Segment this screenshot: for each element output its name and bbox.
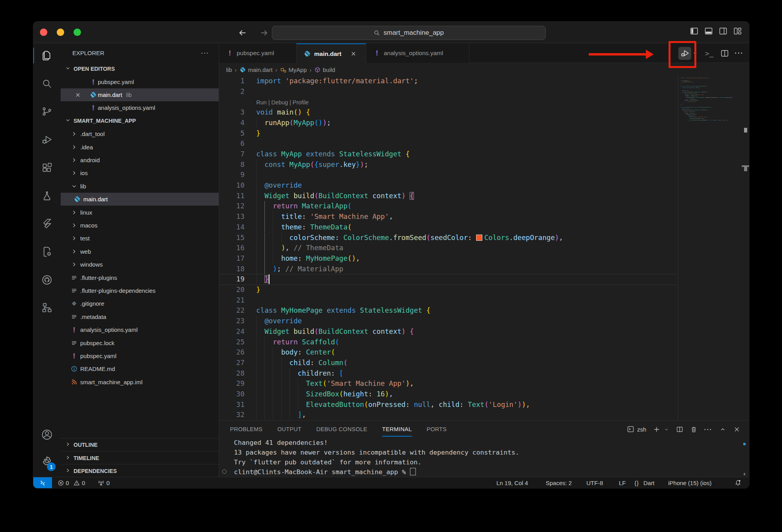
breadcrumb-main.dart[interactable]: main.dart <box>239 66 273 73</box>
code-line-32: 32 ], <box>219 410 749 420</box>
customize-layout-icon[interactable] <box>733 27 742 36</box>
terminal-line: Changed 41 dependencies! <box>234 438 519 448</box>
panel-tab-output[interactable]: OUTPUT <box>277 421 301 438</box>
close-icon[interactable] <box>75 92 81 98</box>
panel-tab-terminal[interactable]: TERMINAL <box>382 421 412 438</box>
tree-item-pubspec.lock[interactable]: pubspec.lock <box>61 337 219 349</box>
tab-main.dart[interactable]: main.dart <box>297 43 366 63</box>
tree-item-.dart_tool[interactable]: .dart_tool <box>61 127 219 140</box>
open-editor-pubspec.yaml[interactable]: !pubspec.yaml <box>61 75 219 88</box>
tab-analysis_options.yaml[interactable]: !analysis_options.yaml <box>366 43 469 63</box>
activity-bar-explorer[interactable] <box>33 45 61 66</box>
bottom-panel: PROBLEMSOUTPUTDEBUG CONSOLETERMINALPORTS… <box>219 420 749 477</box>
tree-item-analysis_options.yaml[interactable]: !analysis_options.yaml <box>61 323 219 336</box>
section-outline[interactable]: OUTLINE <box>61 439 219 451</box>
minimize-window-button[interactable] <box>57 29 64 36</box>
open-terminal-button[interactable]: >_ <box>705 49 714 57</box>
open-editors-label: OPEN EDITORS <box>74 66 115 72</box>
tree-item-web[interactable]: web <box>61 245 219 258</box>
explorer-icon <box>41 50 53 61</box>
activity-bar-testing[interactable] <box>33 185 61 207</box>
code-editor[interactable]: 1import 'package:flutter/material.dart';… <box>219 76 749 442</box>
activity-bar-hierarchy[interactable] <box>33 297 61 319</box>
tree-item-windows[interactable]: windows <box>61 258 219 271</box>
tree-item-.idea[interactable]: .idea <box>61 141 219 154</box>
activity-bar-file-gear[interactable] <box>33 241 61 263</box>
close-panel-button[interactable] <box>733 426 741 433</box>
tree-item-android[interactable]: android <box>61 154 219 167</box>
device-selector-status[interactable]: iPhone (15) (ios) <box>668 477 712 488</box>
tree-item-.flutter-plugins-dependencies[interactable]: .flutter-plugins-dependencies <box>61 284 219 297</box>
terminal-dropdown-button[interactable] <box>663 426 669 432</box>
open-editor-main.dart[interactable]: main.dartlib <box>61 88 219 101</box>
panel-more-actions[interactable]: ··· <box>704 426 712 433</box>
editor-more-actions[interactable]: ··· <box>735 49 744 57</box>
indentation-status[interactable]: Spaces: 2 <box>546 477 572 488</box>
tree-item-test[interactable]: test <box>61 232 219 245</box>
tree-item-main.dart[interactable]: main.dart <box>61 193 219 206</box>
remote-indicator[interactable] <box>33 477 52 488</box>
notifications-bell[interactable] <box>734 477 742 488</box>
panel-tab-problems[interactable]: PROBLEMS <box>230 421 262 438</box>
forward-arrow-icon[interactable] <box>259 28 269 38</box>
tree-item-pubspec.yaml[interactable]: !pubspec.yaml <box>61 349 219 362</box>
tab-pubspec.yaml[interactable]: !pubspec.yaml <box>219 43 297 63</box>
open-editors-header[interactable]: OPEN EDITORS <box>61 62 219 75</box>
tree-item-label: macos <box>80 222 97 229</box>
kill-terminal-button[interactable] <box>690 426 698 433</box>
code-line-29: 29 Text('Smart Machine App'), <box>219 378 749 389</box>
tree-item-macos[interactable]: macos <box>61 219 219 232</box>
project-root-header[interactable]: SMART_MACHINE_APP <box>61 115 219 127</box>
close-icon[interactable] <box>350 50 357 57</box>
split-terminal-button[interactable] <box>676 426 683 433</box>
tree-item-README.md[interactable]: README.md <box>61 362 219 375</box>
tree-item-ios[interactable]: ios <box>61 167 219 179</box>
new-terminal-button[interactable] <box>653 426 660 433</box>
cursor-position-status[interactable]: Ln 19, Col 4 <box>496 477 528 488</box>
command-center-search[interactable]: smart_machine_app <box>272 26 546 40</box>
panel-tab-ports[interactable]: PORTS <box>427 421 447 438</box>
panel-tab-debug-console[interactable]: DEBUG CONSOLE <box>316 421 367 438</box>
terminal[interactable]: Changed 41 dependencies!13 packages have… <box>234 438 519 477</box>
back-arrow-icon[interactable] <box>237 28 248 38</box>
codelens-run-debug-profile[interactable]: Run | Debug | Profile <box>256 97 309 108</box>
toggle-panel-icon[interactable] <box>704 27 713 36</box>
annotation-box <box>669 41 696 68</box>
encoding-status[interactable]: UTF-8 <box>586 477 603 488</box>
tree-item-.metadata[interactable]: .metadata <box>61 310 219 323</box>
activity-bar-account[interactable] <box>33 424 61 446</box>
activity-bar-run-debug[interactable] <box>33 129 61 150</box>
tree-item-.flutter-plugins[interactable]: .flutter-plugins <box>61 271 219 284</box>
toggle-primary-sidebar-icon[interactable] <box>690 27 699 36</box>
split-editor-button[interactable] <box>720 49 729 58</box>
activity-bar-source-control[interactable] <box>33 100 61 122</box>
language-status[interactable]: { } Dart <box>635 477 654 488</box>
zoom-window-button[interactable] <box>74 29 81 36</box>
tree-item-smart_machine_app.iml[interactable]: smart_machine_app.iml <box>61 376 219 389</box>
activity-bar-flutter[interactable] <box>33 213 61 235</box>
breadcrumb-lib[interactable]: lib <box>226 66 232 73</box>
ports-status[interactable]: 0 <box>97 477 110 488</box>
project-root-label: SMART_MACHINE_APP <box>74 118 136 124</box>
eol-status[interactable]: LF <box>619 477 626 488</box>
maximize-panel-button[interactable] <box>719 426 726 433</box>
breadcrumb-MyApp[interactable]: MyApp <box>280 66 307 73</box>
toggle-secondary-sidebar-icon[interactable] <box>719 27 728 36</box>
activity-bar-search[interactable] <box>33 73 61 95</box>
close-window-button[interactable] <box>40 29 47 36</box>
tree-item-.gitignore[interactable]: .gitignore <box>61 297 219 310</box>
section-timeline[interactable]: TIMELINE <box>61 451 219 464</box>
section-dependencies[interactable]: DEPENDENCIES <box>61 464 219 477</box>
activity-bar-github[interactable] <box>33 269 61 291</box>
activity-bar-settings-gear[interactable] <box>33 450 61 472</box>
terminal-command-decoration[interactable] <box>222 469 227 474</box>
problems-status[interactable]: 0 0 <box>58 477 85 488</box>
tree-item-lib[interactable]: lib <box>61 180 219 193</box>
explorer-more-actions[interactable]: ··· <box>201 49 209 57</box>
tree-item-linux[interactable]: linux <box>61 206 219 219</box>
activity-bar-extensions[interactable] <box>33 157 61 179</box>
terminal-shell-item[interactable]: zsh <box>627 425 646 433</box>
minimap[interactable]: import 'package:flutter/material.dart'; … <box>681 77 739 132</box>
breadcrumb-build[interactable]: build <box>314 66 335 73</box>
open-editor-analysis_options.yaml[interactable]: !analysis_options.yaml <box>61 101 219 114</box>
